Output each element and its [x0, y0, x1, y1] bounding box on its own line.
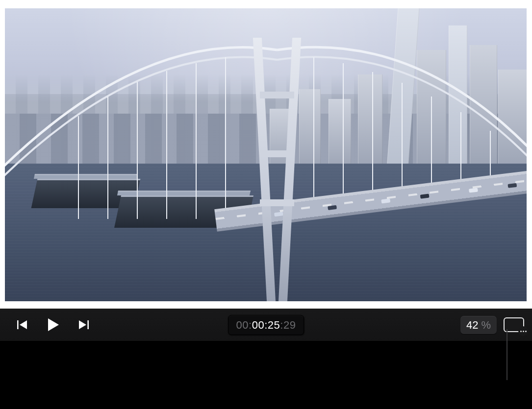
svg-rect-13 [17, 320, 19, 329]
preview-viewport[interactable] [5, 8, 527, 301]
play-button[interactable] [44, 316, 62, 334]
timecode-display[interactable]: 00 : 00 : 25 : 29 [228, 315, 304, 335]
timeline-area [0, 341, 532, 409]
preview-pier [114, 195, 253, 228]
playback-bar: 00 : 00 : 25 : 29 42 % [0, 309, 532, 341]
scale-field[interactable]: 42 % [460, 316, 497, 334]
svg-marker-15 [48, 318, 59, 331]
next-frame-button[interactable] [75, 316, 92, 334]
timecode-minutes: 00 [252, 319, 264, 332]
scale-unit: % [481, 319, 491, 332]
play-icon [47, 318, 59, 331]
previous-frame-button[interactable] [14, 316, 31, 334]
scale-value: 42 [466, 319, 478, 332]
timecode-sep: : [249, 319, 252, 332]
timecode-hours: 00 [236, 319, 249, 332]
timecode-seconds: 25 [268, 319, 280, 332]
viewer-gap [0, 301, 532, 309]
preview-pier-roof [117, 191, 251, 195]
more-icon [519, 327, 527, 335]
svg-marker-16 [79, 320, 86, 329]
skip-forward-icon [78, 320, 89, 329]
timecode-sep: : [264, 319, 268, 332]
svg-marker-14 [20, 320, 27, 329]
timecode-sep: : [280, 319, 283, 332]
svg-rect-17 [87, 320, 89, 329]
preview-pier-roof [34, 174, 138, 179]
timecode-frames: 29 [283, 319, 296, 332]
callout-line [507, 329, 507, 380]
preview-skyline [5, 8, 527, 172]
skip-back-icon [17, 320, 28, 329]
